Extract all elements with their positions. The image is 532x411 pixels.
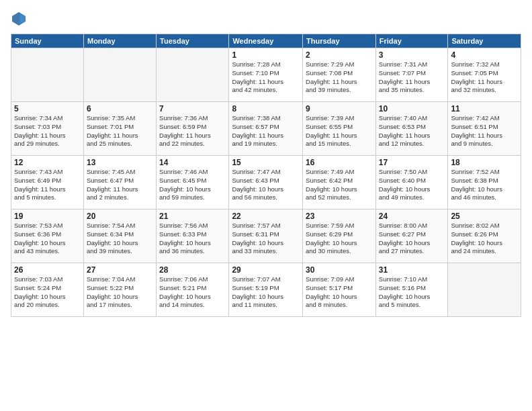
day-cell: 9Sunrise: 7:39 AM Sunset: 6:55 PM Daylig… <box>303 102 376 156</box>
week-row-2: 5Sunrise: 7:34 AM Sunset: 7:03 PM Daylig… <box>11 102 521 156</box>
calendar: SundayMondayTuesdayWednesdayThursdayFrid… <box>11 34 521 317</box>
day-info: Sunrise: 7:36 AM Sunset: 6:59 PM Dayligh… <box>159 114 226 148</box>
day-cell: 12Sunrise: 7:43 AM Sunset: 6:49 PM Dayli… <box>11 156 84 210</box>
header <box>11 11 521 27</box>
day-number: 7 <box>159 104 226 113</box>
day-number: 4 <box>451 50 518 60</box>
day-number: 20 <box>87 212 153 221</box>
day-cell: 14Sunrise: 7:46 AM Sunset: 6:45 PM Dayli… <box>157 156 229 210</box>
day-cell: 10Sunrise: 7:40 AM Sunset: 6:53 PM Dayli… <box>375 102 448 156</box>
day-number: 24 <box>379 212 445 221</box>
day-cell: 23Sunrise: 7:59 AM Sunset: 6:29 PM Dayli… <box>303 210 376 263</box>
day-info: Sunrise: 7:34 AM Sunset: 7:03 PM Dayligh… <box>14 114 81 148</box>
day-number: 3 <box>379 50 445 60</box>
week-row-4: 19Sunrise: 7:53 AM Sunset: 6:36 PM Dayli… <box>11 210 521 263</box>
day-cell <box>157 48 229 102</box>
header-row: SundayMondayTuesdayWednesdayThursdayFrid… <box>11 34 521 48</box>
day-info: Sunrise: 7:06 AM Sunset: 5:21 PM Dayligh… <box>159 275 226 310</box>
day-number: 14 <box>159 158 226 167</box>
week-row-5: 26Sunrise: 7:03 AM Sunset: 5:24 PM Dayli… <box>11 263 521 317</box>
day-number: 31 <box>379 265 445 275</box>
day-number: 19 <box>14 212 81 221</box>
day-cell: 20Sunrise: 7:54 AM Sunset: 6:34 PM Dayli… <box>83 210 156 263</box>
day-number: 9 <box>306 104 373 113</box>
day-info: Sunrise: 7:28 AM Sunset: 7:10 PM Dayligh… <box>232 60 300 95</box>
day-number: 13 <box>87 158 153 167</box>
header-cell-monday: Monday <box>83 34 156 48</box>
day-info: Sunrise: 7:29 AM Sunset: 7:08 PM Dayligh… <box>306 60 373 95</box>
day-cell: 19Sunrise: 7:53 AM Sunset: 6:36 PM Dayli… <box>11 210 84 263</box>
day-info: Sunrise: 7:40 AM Sunset: 6:53 PM Dayligh… <box>379 114 445 148</box>
day-number: 16 <box>306 158 373 167</box>
day-cell: 7Sunrise: 7:36 AM Sunset: 6:59 PM Daylig… <box>157 102 229 156</box>
day-cell: 22Sunrise: 7:57 AM Sunset: 6:31 PM Dayli… <box>229 210 303 263</box>
day-number: 22 <box>232 212 300 221</box>
day-cell: 24Sunrise: 8:00 AM Sunset: 6:27 PM Dayli… <box>375 210 448 263</box>
day-number: 1 <box>232 50 300 60</box>
day-cell: 30Sunrise: 7:09 AM Sunset: 5:17 PM Dayli… <box>303 263 376 317</box>
day-number: 15 <box>232 158 300 167</box>
day-info: Sunrise: 7:53 AM Sunset: 6:36 PM Dayligh… <box>14 222 81 256</box>
day-cell: 4Sunrise: 7:32 AM Sunset: 7:05 PM Daylig… <box>448 48 521 102</box>
week-row-3: 12Sunrise: 7:43 AM Sunset: 6:49 PM Dayli… <box>11 156 521 210</box>
day-number: 12 <box>14 158 81 167</box>
day-cell: 31Sunrise: 7:10 AM Sunset: 5:16 PM Dayli… <box>375 263 448 317</box>
day-info: Sunrise: 7:43 AM Sunset: 6:49 PM Dayligh… <box>14 168 81 202</box>
day-info: Sunrise: 7:32 AM Sunset: 7:05 PM Dayligh… <box>451 60 518 95</box>
day-info: Sunrise: 7:42 AM Sunset: 6:51 PM Dayligh… <box>451 114 518 148</box>
day-cell: 18Sunrise: 7:52 AM Sunset: 6:38 PM Dayli… <box>448 156 521 210</box>
header-cell-sunday: Sunday <box>11 34 84 48</box>
day-cell <box>11 48 84 102</box>
day-cell: 13Sunrise: 7:45 AM Sunset: 6:47 PM Dayli… <box>83 156 156 210</box>
day-number: 17 <box>379 158 445 167</box>
day-number: 28 <box>159 265 226 275</box>
day-cell: 16Sunrise: 7:49 AM Sunset: 6:42 PM Dayli… <box>303 156 376 210</box>
day-cell: 28Sunrise: 7:06 AM Sunset: 5:21 PM Dayli… <box>157 263 229 317</box>
day-cell: 17Sunrise: 7:50 AM Sunset: 6:40 PM Dayli… <box>375 156 448 210</box>
day-cell: 11Sunrise: 7:42 AM Sunset: 6:51 PM Dayli… <box>448 102 521 156</box>
day-cell <box>83 48 156 102</box>
day-info: Sunrise: 7:50 AM Sunset: 6:40 PM Dayligh… <box>379 168 445 202</box>
logo <box>11 11 30 27</box>
header-cell-thursday: Thursday <box>303 34 376 48</box>
header-cell-tuesday: Tuesday <box>157 34 229 48</box>
day-info: Sunrise: 7:35 AM Sunset: 7:01 PM Dayligh… <box>87 114 153 148</box>
day-info: Sunrise: 7:09 AM Sunset: 5:17 PM Dayligh… <box>306 275 373 310</box>
day-info: Sunrise: 7:59 AM Sunset: 6:29 PM Dayligh… <box>306 222 373 256</box>
day-info: Sunrise: 7:45 AM Sunset: 6:47 PM Dayligh… <box>87 168 153 202</box>
logo-icon <box>11 11 27 27</box>
day-number: 30 <box>306 265 373 275</box>
header-cell-friday: Friday <box>375 34 448 48</box>
day-cell: 25Sunrise: 8:02 AM Sunset: 6:26 PM Dayli… <box>448 210 521 263</box>
day-info: Sunrise: 7:49 AM Sunset: 6:42 PM Dayligh… <box>306 168 373 202</box>
day-info: Sunrise: 7:38 AM Sunset: 6:57 PM Dayligh… <box>232 114 300 148</box>
day-info: Sunrise: 7:47 AM Sunset: 6:43 PM Dayligh… <box>232 168 300 202</box>
day-number: 10 <box>379 104 445 113</box>
page: SundayMondayTuesdayWednesdayThursdayFrid… <box>0 0 532 411</box>
day-info: Sunrise: 7:52 AM Sunset: 6:38 PM Dayligh… <box>451 168 518 202</box>
day-number: 8 <box>232 104 300 113</box>
day-info: Sunrise: 7:07 AM Sunset: 5:19 PM Dayligh… <box>232 275 300 310</box>
day-cell: 2Sunrise: 7:29 AM Sunset: 7:08 PM Daylig… <box>303 48 376 102</box>
header-cell-saturday: Saturday <box>448 34 521 48</box>
day-number: 26 <box>14 265 81 275</box>
day-info: Sunrise: 7:56 AM Sunset: 6:33 PM Dayligh… <box>159 222 226 256</box>
week-row-1: 1Sunrise: 7:28 AM Sunset: 7:10 PM Daylig… <box>11 48 521 102</box>
day-cell: 29Sunrise: 7:07 AM Sunset: 5:19 PM Dayli… <box>229 263 303 317</box>
day-number: 6 <box>87 104 153 113</box>
day-info: Sunrise: 7:54 AM Sunset: 6:34 PM Dayligh… <box>87 222 153 256</box>
day-number: 25 <box>451 212 518 221</box>
day-info: Sunrise: 7:03 AM Sunset: 5:24 PM Dayligh… <box>14 275 81 310</box>
day-info: Sunrise: 7:10 AM Sunset: 5:16 PM Dayligh… <box>379 275 445 310</box>
day-number: 2 <box>306 50 373 60</box>
day-info: Sunrise: 8:00 AM Sunset: 6:27 PM Dayligh… <box>379 222 445 256</box>
day-cell <box>448 263 521 317</box>
day-info: Sunrise: 8:02 AM Sunset: 6:26 PM Dayligh… <box>451 222 518 256</box>
day-info: Sunrise: 7:46 AM Sunset: 6:45 PM Dayligh… <box>159 168 226 202</box>
day-number: 11 <box>451 104 518 113</box>
day-number: 18 <box>451 158 518 167</box>
day-info: Sunrise: 7:04 AM Sunset: 5:22 PM Dayligh… <box>87 275 153 310</box>
day-info: Sunrise: 7:57 AM Sunset: 6:31 PM Dayligh… <box>232 222 300 256</box>
day-info: Sunrise: 7:39 AM Sunset: 6:55 PM Dayligh… <box>306 114 373 148</box>
day-cell: 1Sunrise: 7:28 AM Sunset: 7:10 PM Daylig… <box>229 48 303 102</box>
